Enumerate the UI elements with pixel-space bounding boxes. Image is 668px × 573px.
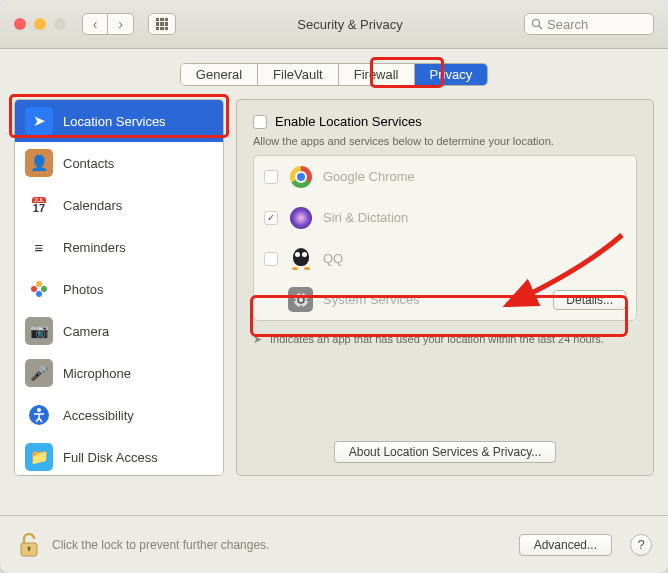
calendars-icon: JUL17 [25,191,53,219]
show-all-button[interactable] [148,13,176,35]
enable-location-checkbox[interactable] [253,115,267,129]
sidebar-item-accessibility[interactable]: Accessibility [15,394,223,436]
full-disk-access-icon: 📁 [25,443,53,471]
sidebar-item-label: Contacts [63,156,114,171]
svg-line-1 [539,26,542,29]
help-button[interactable]: ? [630,534,652,556]
sidebar-item-label: Calendars [63,198,122,213]
sidebar-item-camera[interactable]: 📷Camera [15,310,223,352]
system-services-icon [288,287,313,312]
forward-button[interactable]: › [108,13,134,35]
lock-open-icon [18,532,40,558]
sidebar-item-label: Reminders [63,240,126,255]
minimize-window-button[interactable] [34,18,46,30]
location-hint-text: Allow the apps and services below to det… [253,135,637,147]
footer: Click the lock to prevent further change… [0,515,668,573]
lock-hint-text: Click the lock to prevent further change… [52,538,509,552]
app-label: QQ [323,251,626,266]
sidebar-item-calendars[interactable]: JUL17Calendars [15,184,223,226]
app-label: Siri & Dictation [323,210,626,225]
tab-firewall[interactable]: Firewall [339,64,415,85]
siri-dictation-icon [288,205,313,230]
sidebar-item-contacts[interactable]: 👤Contacts [15,142,223,184]
back-button[interactable]: ‹ [82,13,108,35]
chevron-right-icon: › [118,16,123,32]
chevron-left-icon: ‹ [93,16,98,32]
grid-icon [156,18,168,30]
sidebar-item-microphone[interactable]: 🎤Microphone [15,352,223,394]
sidebar-item-full-disk-access[interactable]: 📁Full Disk Access [15,436,223,476]
zoom-window-button[interactable] [54,18,66,30]
tab-bar: GeneralFileVaultFirewallPrivacy [0,63,668,86]
tab-privacy[interactable]: Privacy [415,64,488,85]
close-window-button[interactable] [14,18,26,30]
location-services-panel: Enable Location Services Allow the apps … [236,99,654,476]
camera-icon: 📷 [25,317,53,345]
window-controls [14,18,66,30]
app-row-google-chrome: Google Chrome [254,156,636,197]
app-label: Google Chrome [323,169,626,184]
app-checkbox[interactable] [264,170,278,184]
location-arrow-icon: ➤ [253,333,262,346]
sidebar-item-location-services[interactable]: ➤Location Services [15,100,223,142]
sidebar-item-label: Photos [63,282,103,297]
svg-rect-16 [28,548,30,551]
enable-location-label: Enable Location Services [275,114,422,129]
titlebar: ‹ › Security & Privacy Search [0,0,668,49]
sidebar-item-label: Microphone [63,366,131,381]
indicator-note: ➤ Indicates an app that has used your lo… [253,333,637,346]
location-services-icon: ➤ [25,107,53,135]
advanced-button[interactable]: Advanced... [519,534,612,556]
svg-point-2 [36,281,42,287]
reminders-icon: ≡ [25,233,53,261]
svg-point-3 [41,286,47,292]
qq-icon [288,246,313,271]
indicator-text: Indicates an app that has used your loca… [270,333,604,345]
app-row-siri-dictation: ✓Siri & Dictation [254,197,636,238]
sidebar-item-reminders[interactable]: ≡Reminders [15,226,223,268]
about-location-button[interactable]: About Location Services & Privacy... [334,441,557,463]
system-preferences-window: ‹ › Security & Privacy Search GeneralFil… [0,0,668,573]
app-list: Google Chrome✓Siri & DictationQQSystem S… [253,155,637,321]
google-chrome-icon [288,164,313,189]
microphone-icon: 🎤 [25,359,53,387]
sidebar-item-label: Full Disk Access [63,450,158,465]
svg-point-8 [294,293,308,307]
tab-filevault[interactable]: FileVault [258,64,339,85]
accessibility-icon [25,401,53,429]
contacts-icon: 👤 [25,149,53,177]
sidebar-item-label: Location Services [63,114,166,129]
sidebar-item-label: Camera [63,324,109,339]
sidebar-item-photos[interactable]: Photos [15,268,223,310]
svg-point-4 [36,291,42,297]
nav-buttons: ‹ › [82,13,134,35]
content-area: ➤Location Services👤ContactsJUL17Calendar… [0,86,668,476]
app-row-system-services: System ServicesDetails... [254,279,636,320]
photos-icon [25,275,53,303]
app-row-qq: QQ [254,238,636,279]
tab-general[interactable]: General [181,64,258,85]
window-title: Security & Privacy [186,17,514,32]
app-checkbox[interactable] [264,252,278,266]
app-checkbox[interactable]: ✓ [264,211,278,225]
svg-point-7 [37,408,41,412]
details-button[interactable]: Details... [553,290,626,310]
search-placeholder: Search [547,17,588,32]
search-field[interactable]: Search [524,13,654,35]
lock-button[interactable] [16,530,42,560]
app-label: System Services [323,292,543,307]
svg-point-5 [31,286,37,292]
privacy-sidebar[interactable]: ➤Location Services👤ContactsJUL17Calendar… [14,99,224,476]
sidebar-item-label: Accessibility [63,408,134,423]
search-icon [531,18,543,30]
svg-point-0 [533,20,540,27]
